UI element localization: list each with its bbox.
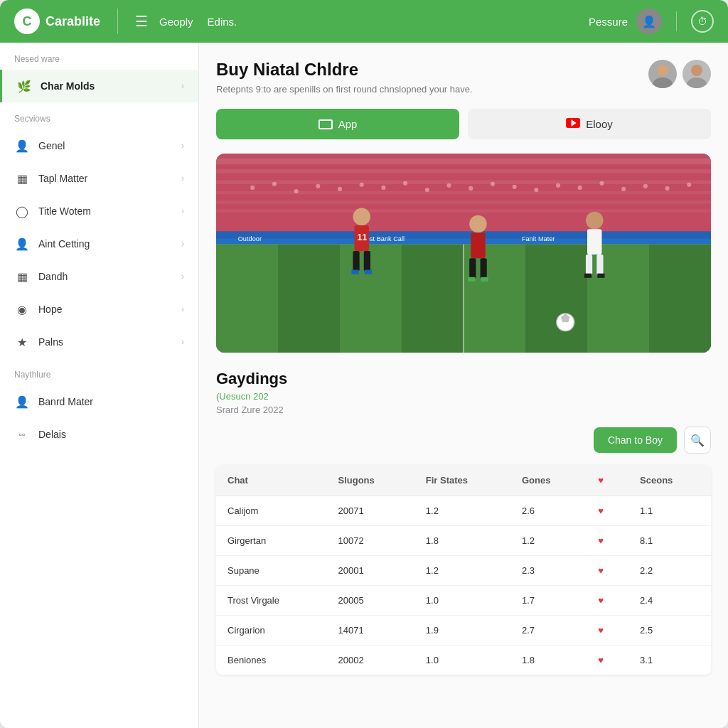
action-buttons: App Elooy: [216, 109, 711, 139]
sidebar-item-aint-cetting[interactable]: 👤 Aint Cetting ›: [0, 228, 198, 260]
table-row: Girgertan100721.81.2♥8.1: [216, 526, 711, 556]
nav-username: Pessure: [589, 16, 628, 28]
table-cell-4-4: ♥: [587, 616, 628, 646]
table-cell-3-0: Trost Virgale: [216, 586, 326, 616]
nav-link-geoply[interactable]: Geoply: [159, 16, 193, 28]
page-header-text: Buy Niatal Chldre Retepnts 9:to are spen…: [216, 60, 648, 95]
svg-point-28: [556, 183, 560, 188]
logo-area: C Carablite: [14, 9, 100, 34]
banrd-mater-icon: 👤: [14, 394, 30, 410]
table-cell-0-3: 2.6: [510, 496, 587, 526]
svg-rect-47: [649, 245, 711, 353]
delais-icon: ▫▫: [14, 427, 30, 442]
top-nav: C Carablite ☰ Geoply Edins. Pessure 👤 ⏱: [0, 0, 728, 43]
table-cell-2-3: 2.3: [510, 556, 587, 586]
table-row: Trost Virgale200051.01.7♥2.4: [216, 586, 711, 616]
clock-icon[interactable]: ⏱: [691, 10, 714, 33]
svg-point-33: [665, 186, 670, 191]
table-cell-0-5: 1.1: [628, 496, 711, 526]
avatar[interactable]: 👤: [636, 9, 662, 34]
svg-text:Fanit Mater: Fanit Mater: [522, 235, 555, 242]
nav-links: Geoply Edins.: [159, 16, 237, 28]
svg-point-30: [599, 181, 604, 186]
table-cell-0-2: 1.2: [414, 496, 510, 526]
sidebar-item-banrd-mater[interactable]: 👤 Banrd Mater: [0, 385, 198, 418]
svg-text:11: 11: [358, 232, 368, 242]
table-cell-2-1: 20001: [326, 556, 414, 586]
svg-point-17: [316, 184, 320, 188]
genel-label: Genel: [38, 140, 173, 151]
heart-cell-icon: ♥: [598, 595, 604, 606]
search-icon: 🔍: [690, 434, 705, 447]
genel-chevron: ›: [181, 141, 184, 151]
svg-rect-45: [525, 245, 587, 353]
svg-rect-7: [216, 154, 711, 239]
svg-rect-10: [216, 181, 711, 184]
svg-point-56: [469, 215, 487, 233]
title-wotem-label: Title Wotem: [38, 205, 173, 217]
svg-rect-12: [216, 200, 711, 203]
svg-rect-55: [365, 270, 372, 274]
elooy-button[interactable]: Elooy: [468, 109, 711, 139]
sidebar-item-char-molds[interactable]: 🌿 Char Molds ›: [0, 70, 198, 102]
svg-point-24: [469, 186, 473, 191]
table-cell-4-0: Cirgarion: [216, 616, 326, 646]
svg-rect-65: [596, 255, 603, 275]
tapl-matter-label: Tapl Matter: [38, 173, 173, 184]
search-button[interactable]: 🔍: [684, 427, 711, 454]
table-cell-3-1: 20005: [326, 586, 414, 616]
table-cell-4-2: 1.9: [414, 616, 510, 646]
svg-rect-11: [216, 191, 711, 194]
svg-point-26: [513, 185, 517, 189]
svg-point-25: [491, 182, 495, 186]
title-wotem-icon: ◯: [14, 203, 30, 219]
svg-point-20: [381, 186, 385, 190]
table-row: Beniones200021.01.8♥3.1: [216, 646, 711, 675]
svg-point-15: [272, 182, 277, 186]
hope-label: Hope: [38, 304, 173, 315]
sidebar-item-genel[interactable]: 👤 Genel ›: [0, 129, 198, 162]
sidebar-item-delais[interactable]: ▫▫ Delais: [0, 418, 198, 451]
svg-point-31: [621, 187, 626, 191]
svg-rect-42: [340, 245, 402, 353]
btn-secondary-label: Elooy: [586, 118, 613, 130]
sidebar-item-tapl-matter[interactable]: ▦ Tapl Matter ›: [0, 162, 198, 195]
dandh-label: Dandh: [38, 271, 173, 282]
char-molds-label: Char Molds: [41, 80, 173, 92]
svg-rect-9: [216, 169, 711, 173]
svg-point-27: [534, 188, 538, 192]
nav-link-edins[interactable]: Edins.: [208, 16, 237, 28]
svg-point-19: [360, 183, 364, 187]
table-cell-4-3: 2.7: [510, 616, 587, 646]
table-cell-2-2: 1.2: [414, 556, 510, 586]
hope-chevron: ›: [181, 304, 184, 314]
table-cell-2-5: 2.2: [628, 556, 711, 586]
char-molds-chevron: ›: [181, 81, 184, 91]
app-button[interactable]: App: [216, 109, 459, 139]
sidebar-item-palns[interactable]: ★ Palns ›: [0, 326, 198, 358]
svg-rect-57: [471, 232, 485, 258]
section-meta: Srard Zure 2022: [216, 405, 711, 415]
chan-to-boy-button[interactable]: Chan to Boy: [594, 427, 677, 453]
yt-btn-icon: [566, 118, 580, 130]
hamburger-icon[interactable]: ☰: [135, 13, 148, 30]
heart-cell-icon: ♥: [598, 565, 604, 576]
header-avatar-1: [648, 60, 677, 88]
sidebar-item-hope[interactable]: ◉ Hope ›: [0, 293, 198, 326]
aint-cetting-label: Aint Cetting: [38, 238, 173, 250]
heart-cell-icon: ♥: [598, 655, 604, 665]
tapl-matter-icon: ▦: [14, 171, 30, 186]
table-cell-5-2: 1.0: [414, 646, 510, 675]
nav-right: Pessure 👤 ⏱: [589, 9, 714, 34]
svg-rect-43: [402, 245, 464, 353]
header-avatar-2: [682, 60, 711, 88]
svg-rect-8: [216, 159, 711, 164]
nav-right-divider: [676, 11, 677, 31]
table-cell-2-4: ♥: [587, 556, 628, 586]
sidebar-item-dandh[interactable]: ▦ Dandh ›: [0, 260, 198, 293]
sidebar-item-title-wotem[interactable]: ◯ Title Wotem ›: [0, 195, 198, 228]
table-cell-1-1: 10072: [326, 526, 414, 556]
table-cell-1-3: 1.2: [510, 526, 587, 556]
title-wotem-chevron: ›: [181, 206, 184, 216]
heart-cell-icon: ♥: [598, 505, 604, 516]
